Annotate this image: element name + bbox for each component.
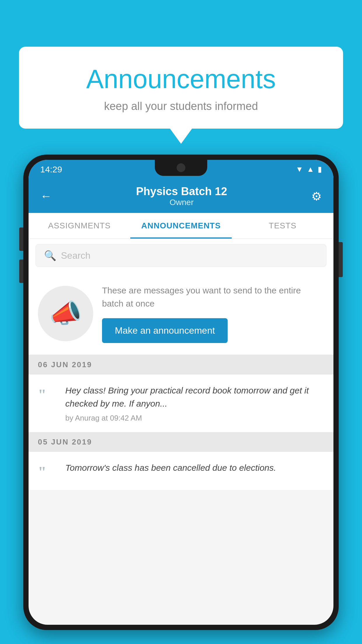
date-header-1: 06 JUN 2019 bbox=[29, 355, 333, 374]
announcement-content-1: Hey class! Bring your practical record b… bbox=[65, 384, 324, 423]
phone-notch bbox=[155, 160, 207, 176]
announcement-item-1: " Hey class! Bring your practical record… bbox=[29, 374, 333, 432]
signal-icon: ▲ bbox=[307, 165, 314, 174]
power-button bbox=[339, 242, 343, 277]
search-icon: 🔍 bbox=[44, 250, 56, 261]
announcement-description: These are messages you want to send to t… bbox=[102, 284, 324, 310]
header-title-group: Physics Batch 12 Owner bbox=[136, 185, 227, 207]
bubble-title: Announcements bbox=[36, 64, 326, 94]
tab-bar: ASSIGNMENTS ANNOUNCEMENTS TESTS bbox=[29, 213, 333, 239]
tab-announcements[interactable]: ANNOUNCEMENTS bbox=[130, 213, 232, 239]
announcement-prompt-right: These are messages you want to send to t… bbox=[102, 284, 324, 343]
quote-icon-2: " bbox=[38, 463, 58, 481]
wifi-icon: ▼ bbox=[296, 165, 303, 174]
speech-bubble: Announcements keep all your students inf… bbox=[19, 47, 343, 129]
app-header: ← Physics Batch 12 Owner ⚙ bbox=[29, 179, 333, 213]
tab-tests[interactable]: TESTS bbox=[232, 213, 333, 239]
announcement-content-2: Tomorrow's class has been cancelled due … bbox=[65, 461, 324, 478]
status-icons: ▼ ▲ ▮ bbox=[296, 165, 322, 174]
phone-camera bbox=[177, 163, 185, 172]
volume-up-button bbox=[19, 228, 23, 251]
search-bar[interactable]: 🔍 Search bbox=[36, 244, 326, 267]
announcement-prompt: 📣 These are messages you want to send to… bbox=[29, 272, 333, 355]
search-placeholder: Search bbox=[61, 250, 90, 261]
announcement-text-2: Tomorrow's class has been cancelled due … bbox=[65, 461, 324, 474]
announcement-icon-circle: 📣 bbox=[38, 286, 93, 341]
status-time: 14:29 bbox=[40, 164, 62, 174]
speech-bubble-wrapper: Announcements keep all your students inf… bbox=[19, 47, 343, 129]
phone-screen: 14:29 ▼ ▲ ▮ ← Physics Batch 12 Owner ⚙ bbox=[29, 160, 333, 625]
batch-title: Physics Batch 12 bbox=[136, 185, 227, 198]
bubble-subtitle: keep all your students informed bbox=[36, 100, 326, 113]
make-announcement-button[interactable]: Make an announcement bbox=[102, 318, 228, 343]
volume-down-button bbox=[19, 260, 23, 283]
battery-icon: ▮ bbox=[318, 165, 322, 174]
phone-wrapper: 14:29 ▼ ▲ ▮ ← Physics Batch 12 Owner ⚙ bbox=[23, 155, 339, 644]
megaphone-icon: 📣 bbox=[49, 298, 82, 329]
phone-outer: 14:29 ▼ ▲ ▮ ← Physics Batch 12 Owner ⚙ bbox=[23, 155, 339, 630]
back-button[interactable]: ← bbox=[40, 190, 52, 203]
settings-icon[interactable]: ⚙ bbox=[311, 190, 322, 203]
announcement-text-1: Hey class! Bring your practical record b… bbox=[65, 384, 324, 410]
announcement-item-2: " Tomorrow's class has been cancelled du… bbox=[29, 452, 333, 490]
date-header-2: 05 JUN 2019 bbox=[29, 432, 333, 452]
batch-role: Owner bbox=[136, 198, 227, 207]
quote-icon-1: " bbox=[38, 386, 58, 403]
tab-assignments[interactable]: ASSIGNMENTS bbox=[29, 213, 130, 239]
search-container: 🔍 Search bbox=[29, 239, 333, 272]
announcement-meta-1: by Anurag at 09:42 AM bbox=[65, 414, 324, 423]
